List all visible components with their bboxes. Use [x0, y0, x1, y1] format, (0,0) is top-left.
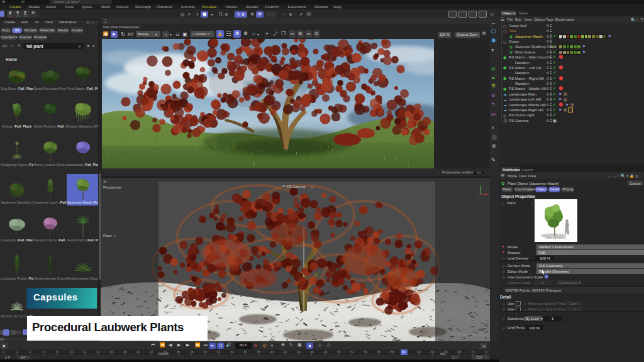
svg-text:Perspective: Perspective — [103, 185, 121, 189]
svg-text:Place: Place — [103, 234, 112, 238]
svg-text:(Acer palmatum): (Acer palmatum) — [545, 236, 567, 239]
svg-text:(RS Shading | 50cm/2m): (RS Shading | 50cm/2m) — [451, 332, 486, 336]
svg-text:◎: ◎ — [311, 185, 314, 189]
svg-text:☰: ☰ — [103, 180, 106, 184]
svg-text:📷 RS Camera: 📷 RS Camera — [282, 184, 306, 189]
svg-text:↺: ↺ — [113, 234, 116, 238]
